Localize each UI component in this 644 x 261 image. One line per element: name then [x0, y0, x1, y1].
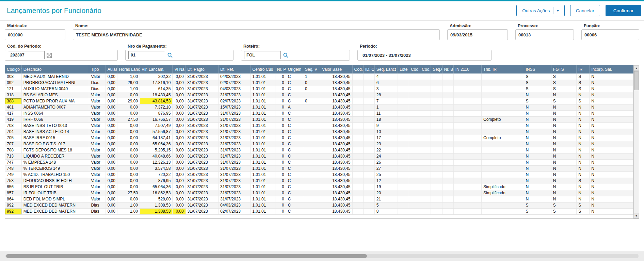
cell-c3[interactable]: 0,00 — [106, 153, 117, 159]
cell-c27[interactable]: N — [590, 153, 633, 159]
cell-c7[interactable]: 31/07/2023 — [186, 98, 218, 104]
cell-c0[interactable]: 864 — [5, 196, 21, 202]
cell-c11[interactable]: C — [286, 141, 303, 147]
cell-c2[interactable]: Dias — [89, 86, 106, 92]
cell-c15[interactable] — [363, 202, 374, 208]
cell-c13[interactable]: 18.430,45 — [320, 208, 352, 214]
cell-c8[interactable]: 31/07/2023 — [218, 196, 250, 202]
cell-c24[interactable]: S — [524, 86, 551, 92]
cell-c25[interactable]: N — [551, 141, 576, 147]
cell-c15[interactable] — [363, 153, 374, 159]
cell-c5[interactable]: 528,00 — [140, 196, 173, 202]
cell-c8[interactable]: 31/07/2023 — [218, 165, 250, 172]
cell-c16[interactable]: 17 — [374, 135, 398, 141]
cell-c21[interactable] — [442, 172, 453, 178]
cell-c18[interactable] — [409, 172, 420, 178]
cell-c2[interactable]: Valor — [89, 153, 106, 159]
cell-c17[interactable] — [398, 184, 409, 190]
cell-c18[interactable] — [409, 123, 420, 129]
cell-c13[interactable]: 18.430,45 — [320, 153, 352, 159]
cell-c12[interactable] — [303, 104, 320, 110]
cell-c8[interactable]: 04/03/2023 — [218, 74, 250, 80]
cell-c23[interactable] — [482, 86, 524, 92]
cell-c1[interactable]: BASE IRRF 0015 — [21, 135, 89, 141]
cell-c12[interactable] — [303, 123, 320, 129]
cell-c11[interactable]: C — [286, 178, 303, 184]
cell-c20[interactable] — [431, 98, 442, 104]
cell-c5[interactable]: 65.064,36 — [140, 141, 173, 147]
vertical-scroll-thumb[interactable] — [634, 71, 639, 90]
cell-c8[interactable]: 31/07/2023 — [218, 178, 250, 184]
cell-c15[interactable] — [363, 141, 374, 147]
cell-c23[interactable]: Simplificado — [482, 190, 524, 196]
cell-c6[interactable]: 0,00 — [173, 86, 186, 92]
cell-c26[interactable]: N — [577, 184, 590, 190]
cell-c27[interactable]: N — [590, 92, 633, 98]
cell-c13[interactable]: 18.430,45 — [320, 86, 352, 92]
cell-c12[interactable] — [303, 208, 320, 214]
cell-c7[interactable]: 31/07/2023 — [186, 86, 218, 92]
cell-c1[interactable]: BASE INSS TETO 0013 — [21, 123, 89, 129]
cell-c22[interactable] — [453, 172, 481, 178]
cell-c8[interactable]: 31/07/2023 — [218, 141, 250, 147]
cell-c13[interactable]: 18.430,45 — [320, 123, 352, 129]
cell-c14[interactable] — [352, 129, 363, 135]
cell-c25[interactable]: S — [551, 98, 576, 104]
cell-c7[interactable]: 31/07/2023 — [186, 208, 218, 214]
cell-c21[interactable] — [442, 129, 453, 135]
cell-c20[interactable] — [431, 110, 442, 116]
cell-c9[interactable]: 1.01.01 — [251, 208, 275, 214]
cell-c8[interactable]: 31/07/2023 — [218, 172, 250, 178]
cell-c16[interactable]: 26 — [374, 159, 398, 165]
cell-c19[interactable] — [420, 196, 431, 202]
cell-c10[interactable]: 0 — [275, 184, 286, 190]
cell-c0[interactable]: 703 — [5, 123, 21, 129]
cell-c8[interactable]: 02/07/2023 — [218, 208, 250, 214]
cell-c3[interactable]: 0,00 — [106, 104, 117, 110]
cell-c15[interactable] — [363, 147, 374, 153]
cell-c17[interactable] — [398, 153, 409, 159]
cell-c8[interactable]: 04/03/2023 — [218, 86, 250, 92]
cell-c10[interactable]: 0 — [275, 110, 286, 116]
cell-c23[interactable] — [482, 178, 524, 184]
cell-c11[interactable]: C — [286, 123, 303, 129]
cell-c13[interactable]: 18.430,45 — [320, 80, 352, 86]
cell-c14[interactable] — [352, 123, 363, 129]
cell-c0[interactable]: 749 — [5, 172, 21, 178]
cell-c3[interactable]: 0,00 — [106, 202, 117, 208]
cell-c20[interactable] — [431, 165, 442, 172]
cell-c19[interactable] — [420, 123, 431, 129]
cell-c25[interactable]: N — [551, 172, 576, 178]
cell-c13[interactable]: 18.430,45 — [320, 147, 352, 153]
cell-c5[interactable]: 1.308,53 — [140, 208, 173, 214]
cell-c18[interactable] — [409, 92, 420, 98]
cell-c23[interactable] — [482, 141, 524, 147]
cell-c18[interactable] — [409, 202, 420, 208]
cell-c10[interactable]: 0 — [275, 202, 286, 208]
cell-c22[interactable] — [453, 159, 481, 165]
cell-c18[interactable] — [409, 110, 420, 116]
cell-c11[interactable]: C — [286, 98, 303, 104]
cell-c7[interactable]: 31/07/2023 — [186, 196, 218, 202]
cell-c7[interactable]: 31/07/2023 — [186, 74, 218, 80]
cell-c19[interactable] — [420, 98, 431, 104]
cell-c26[interactable]: N — [577, 153, 590, 159]
cell-c19[interactable] — [420, 104, 431, 110]
cell-c25[interactable]: N — [551, 165, 576, 172]
cell-c27[interactable]: N — [590, 116, 633, 123]
cell-c21[interactable] — [442, 135, 453, 141]
cell-c7[interactable]: 31/07/2023 — [186, 153, 218, 159]
cell-c9[interactable]: 1.01.01 — [251, 123, 275, 129]
cell-c21[interactable] — [442, 86, 453, 92]
cell-c1[interactable]: MED EXCED DED MATERN — [21, 202, 89, 208]
cell-c8[interactable]: 31/07/2023 — [218, 147, 250, 153]
cell-c18[interactable] — [409, 98, 420, 104]
cell-c6[interactable]: 0,00 — [173, 80, 186, 86]
cell-c9[interactable]: 1.01.01 — [251, 86, 275, 92]
cell-c7[interactable]: 31/07/2023 — [186, 165, 218, 172]
cell-c10[interactable]: 0 — [275, 98, 286, 104]
cell-c10[interactable]: 0 — [275, 165, 286, 172]
cell-c1[interactable]: LIQUIDO A RECEBER — [21, 153, 89, 159]
cell-c7[interactable]: 31/07/2023 — [186, 202, 218, 208]
cell-c19[interactable] — [420, 116, 431, 123]
